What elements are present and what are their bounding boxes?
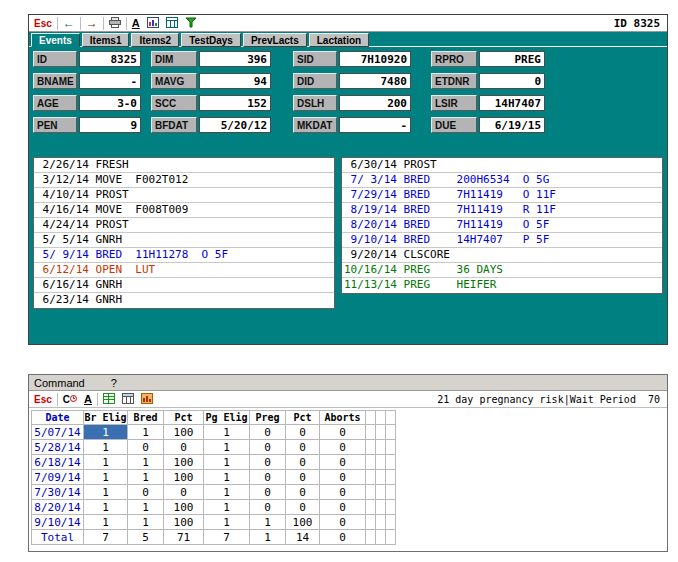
cell[interactable]: 0 <box>320 470 366 485</box>
cell[interactable]: 0 <box>320 530 366 545</box>
column-header-bred[interactable]: Bred <box>128 411 164 425</box>
cell[interactable]: 1 <box>204 425 250 440</box>
event-row[interactable]: 6/23/14 GNRH <box>34 293 334 308</box>
cell[interactable]: 0 <box>164 485 204 500</box>
tab-prevlacts[interactable]: PrevLacts <box>243 33 307 47</box>
event-row[interactable]: 9/20/14 CLSCORE <box>342 248 662 263</box>
cell-date[interactable]: 5/28/14 <box>32 440 84 455</box>
menu-command[interactable]: Command <box>34 377 85 389</box>
event-row[interactable]: 11/13/14 PREG HEIFER <box>342 278 662 293</box>
cell-total-label[interactable]: Total <box>32 530 84 545</box>
tab-testdays[interactable]: TestDays <box>181 33 241 47</box>
table-button[interactable] <box>120 392 136 407</box>
column-header-preg[interactable]: Preg <box>250 411 286 425</box>
cell[interactable]: 1 <box>84 440 128 455</box>
cell[interactable]: 0 <box>250 500 286 515</box>
cell[interactable]: 1 <box>128 500 164 515</box>
cell[interactable]: 0 <box>320 440 366 455</box>
cell[interactable]: 1 <box>204 470 250 485</box>
grid-green-button[interactable] <box>101 392 117 407</box>
event-row[interactable]: 4/10/14 PROST <box>34 188 334 203</box>
cell-date[interactable]: 9/10/14 <box>32 515 84 530</box>
cell[interactable]: 1 <box>84 485 128 500</box>
cell[interactable]: 0 <box>164 440 204 455</box>
column-header-date[interactable]: Date <box>32 411 84 425</box>
prev-cow-button[interactable]: ← <box>61 16 77 31</box>
cell[interactable]: 0 <box>250 455 286 470</box>
grid-button[interactable] <box>164 16 180 31</box>
cell[interactable]: 100 <box>286 515 320 530</box>
event-row[interactable]: 6/16/14 GNRH <box>34 278 334 293</box>
font-button[interactable]: A <box>82 392 94 407</box>
cell[interactable]: 0 <box>286 425 320 440</box>
cell-selected[interactable]: 1 <box>84 425 128 440</box>
cell[interactable]: 1 <box>204 515 250 530</box>
font-button[interactable]: A <box>130 16 142 31</box>
cell[interactable]: 1 <box>204 455 250 470</box>
cell[interactable]: 0 <box>250 485 286 500</box>
cell[interactable]: 0 <box>250 425 286 440</box>
cell[interactable]: 100 <box>164 470 204 485</box>
cell[interactable]: 100 <box>164 500 204 515</box>
cell[interactable]: 71 <box>164 530 204 545</box>
cell[interactable]: 0 <box>250 440 286 455</box>
event-row[interactable]: 4/16/14 MOVE F008T009 <box>34 203 334 218</box>
cell-date[interactable]: 7/30/14 <box>32 485 84 500</box>
tab-items1[interactable]: Items1 <box>82 33 130 47</box>
cell[interactable]: 1 <box>250 530 286 545</box>
clock-c-button[interactable]: C <box>61 392 79 407</box>
tab-lactation[interactable]: Lactation <box>309 33 369 47</box>
tab-items2[interactable]: Items2 <box>131 33 179 47</box>
cell[interactable]: 1 <box>128 455 164 470</box>
cell-date[interactable]: 7/09/14 <box>32 470 84 485</box>
cell[interactable]: 0 <box>320 500 366 515</box>
event-row[interactable]: 7/29/14 BRED 7H11419 O 11F <box>342 188 662 203</box>
cell-date[interactable]: 5/07/14 <box>32 425 84 440</box>
cell-date[interactable]: 8/20/14 <box>32 500 84 515</box>
chart-orange-button[interactable] <box>139 392 155 407</box>
filter-button[interactable] <box>183 16 199 31</box>
event-row[interactable]: 8/20/14 BRED 7H11419 O 5F <box>342 218 662 233</box>
cell[interactable]: 5 <box>128 530 164 545</box>
cell[interactable]: 14 <box>286 530 320 545</box>
event-row[interactable]: 3/12/14 MOVE F002T012 <box>34 173 334 188</box>
event-row[interactable]: 8/19/14 BRED 7H11419 R 11F <box>342 203 662 218</box>
cell[interactable]: 100 <box>164 455 204 470</box>
cell[interactable]: 1 <box>84 515 128 530</box>
cell[interactable]: 0 <box>320 515 366 530</box>
cell[interactable]: 100 <box>164 425 204 440</box>
cell[interactable]: 1 <box>84 455 128 470</box>
cell[interactable]: 7 <box>84 530 128 545</box>
event-row[interactable]: 6/12/14 OPEN LUT <box>34 263 334 278</box>
cell[interactable]: 0 <box>320 425 366 440</box>
column-header-pct[interactable]: Pct <box>164 411 204 425</box>
column-header-pg-elig[interactable]: Pg Elig <box>204 411 250 425</box>
cell[interactable]: 1 <box>204 485 250 500</box>
chart-button[interactable] <box>145 16 161 31</box>
menu-help[interactable]: ? <box>111 377 117 389</box>
cell[interactable]: 1 <box>84 500 128 515</box>
cell[interactable]: 0 <box>128 440 164 455</box>
cell[interactable]: 1 <box>204 440 250 455</box>
cell[interactable]: 1 <box>128 515 164 530</box>
print-button[interactable] <box>107 16 123 31</box>
event-row[interactable]: 5/ 5/14 GNRH <box>34 233 334 248</box>
column-header-br-elig[interactable]: Br Elig <box>84 411 128 425</box>
cell[interactable]: 0 <box>320 455 366 470</box>
event-row[interactable]: 2/26/14 FRESH <box>34 158 334 173</box>
column-header-pct2[interactable]: Pct <box>286 411 320 425</box>
esc-button[interactable]: Esc <box>32 16 54 31</box>
cell[interactable]: 0 <box>286 500 320 515</box>
cell[interactable]: 1 <box>84 470 128 485</box>
event-row[interactable]: 9/10/14 BRED 14H7407 P 5F <box>342 233 662 248</box>
cell[interactable]: 0 <box>128 485 164 500</box>
cell[interactable]: 0 <box>286 470 320 485</box>
cell[interactable]: 0 <box>286 485 320 500</box>
cell[interactable]: 1 <box>250 515 286 530</box>
next-cow-button[interactable]: → <box>84 16 100 31</box>
esc-button[interactable]: Esc <box>32 392 54 407</box>
cell[interactable]: 0 <box>286 455 320 470</box>
event-row[interactable]: 6/30/14 PROST <box>342 158 662 173</box>
cell[interactable]: 1 <box>128 425 164 440</box>
cell[interactable]: 0 <box>250 470 286 485</box>
